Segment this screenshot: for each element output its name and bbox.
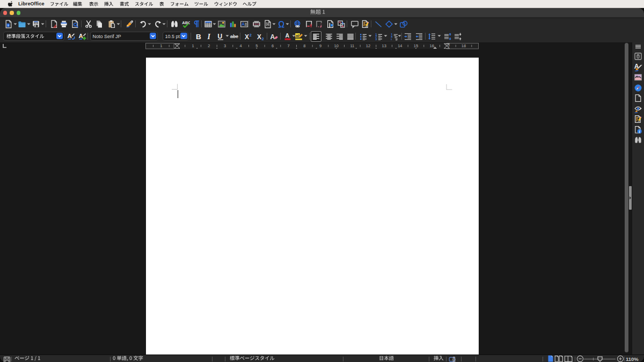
status-page-style[interactable] xyxy=(230,356,275,360)
sidebar-tab-find[interactable] xyxy=(634,136,643,145)
menu-item-form[interactable] xyxy=(170,2,188,6)
menu-item-format[interactable] xyxy=(120,2,129,6)
menu-item-file[interactable] xyxy=(50,2,68,6)
selection-mode-icon[interactable] xyxy=(449,356,457,362)
zoom-slider-thumb[interactable] xyxy=(597,356,603,362)
font-name-combobox-dropdown-button[interactable] xyxy=(150,33,157,39)
sidebar-tab-accessibility-check[interactable]: i xyxy=(634,125,643,134)
print-button[interactable] xyxy=(58,18,70,30)
insert-page-break-button[interactable] xyxy=(251,18,262,30)
view-layout-single-page-button[interactable] xyxy=(547,354,554,362)
view-layout-multiple-page-button[interactable] xyxy=(554,354,564,362)
superscript-button[interactable]: X2 xyxy=(243,31,254,42)
view-layout-book-button[interactable] xyxy=(564,354,573,362)
spelling-button[interactable]: ABC xyxy=(180,18,192,30)
traffic-light-minimize-button[interactable] xyxy=(10,11,13,14)
save-dropdown-arrow[interactable] xyxy=(41,23,45,25)
save-status-icon[interactable] xyxy=(3,356,11,362)
menu-item-table[interactable] xyxy=(159,2,164,6)
align-left-button[interactable] xyxy=(311,31,321,42)
statusbar-separator xyxy=(110,357,111,361)
status-word-count[interactable] xyxy=(113,356,143,360)
line-spacing-button[interactable] xyxy=(426,31,438,42)
paste-dropdown-arrow[interactable] xyxy=(116,23,120,25)
menu-item-view[interactable] xyxy=(89,2,98,6)
apple-logo-icon[interactable] xyxy=(8,1,12,9)
menu-item-tools[interactable] xyxy=(194,2,208,6)
insert-cross-reference-button[interactable] xyxy=(335,18,347,30)
vertical-scrollbar-thumb[interactable] xyxy=(625,43,628,352)
undo-dropdown-arrow[interactable] xyxy=(148,23,151,25)
zoom-percentage[interactable]: 110% xyxy=(626,356,639,362)
tab-stop-type-selector[interactable] xyxy=(2,43,7,48)
font-size-combobox-dropdown-button[interactable] xyxy=(180,33,187,39)
paragraph-style-combobox-dropdown-button[interactable] xyxy=(56,33,63,39)
sidebar-tab-styles[interactable]: A xyxy=(634,62,643,71)
align-center-button[interactable] xyxy=(323,31,335,42)
insert-endnote-button[interactable] xyxy=(313,18,325,30)
menu-item-edit[interactable] xyxy=(73,2,82,6)
clone-formatting-button[interactable] xyxy=(123,18,135,30)
basic-shapes-dropdown-arrow[interactable] xyxy=(394,23,398,25)
text-caret xyxy=(178,90,179,98)
sidebar-tab-properties[interactable] xyxy=(634,52,643,61)
sidebar-tab-gallery[interactable] xyxy=(634,73,643,82)
highlight-color-dropdown-arrow[interactable] xyxy=(304,34,308,37)
sidebar-tab-style-inspector[interactable] xyxy=(634,104,643,113)
line-spacing-dropdown-arrow[interactable] xyxy=(437,34,441,37)
clear-formatting-button[interactable]: A xyxy=(268,31,280,42)
insert-bookmark-button[interactable] xyxy=(325,18,336,30)
menu-item-window[interactable] xyxy=(214,2,237,6)
outline-list-dropdown-arrow[interactable] xyxy=(398,34,401,37)
print-preview-button[interactable] xyxy=(69,18,81,30)
status-language[interactable] xyxy=(379,356,394,360)
redo-dropdown-arrow[interactable] xyxy=(162,23,166,25)
zoom-out-button[interactable] xyxy=(576,355,584,362)
status-page-number[interactable] xyxy=(14,356,40,360)
justify-button[interactable] xyxy=(345,31,356,42)
insert-image-button[interactable] xyxy=(216,18,228,30)
cut-button[interactable] xyxy=(83,18,94,30)
highlight-color-button[interactable]: ab xyxy=(293,31,305,42)
update-style-button[interactable]: A xyxy=(65,31,77,42)
basic-shapes-button[interactable] xyxy=(383,18,395,30)
insert-chart-button[interactable] xyxy=(227,18,239,30)
insert-special-character-dropdown-arrow[interactable] xyxy=(286,23,289,25)
sidebar-settings-button[interactable] xyxy=(634,42,643,51)
decrease-indent-button[interactable] xyxy=(413,31,425,42)
menu-item-insert[interactable] xyxy=(104,2,113,6)
strikethrough-button[interactable]: abe xyxy=(228,31,240,42)
align-right-button[interactable] xyxy=(334,31,346,42)
font-size-combobox[interactable]: 10.5 pt xyxy=(163,32,189,41)
new-style-button[interactable]: A xyxy=(77,31,89,42)
sidebar-tab-manage-changes[interactable] xyxy=(634,115,643,124)
show-draw-functions-button[interactable] xyxy=(398,18,409,30)
zoom-in-button[interactable] xyxy=(617,355,624,362)
sidebar-tab-page[interactable] xyxy=(634,94,643,103)
traffic-light-close-button[interactable] xyxy=(3,11,7,14)
copy-button[interactable] xyxy=(93,18,105,30)
insert-comment-button[interactable] xyxy=(349,18,361,30)
insert-hyperlink-button[interactable] xyxy=(291,18,303,30)
find-replace-button[interactable] xyxy=(169,18,180,30)
ordered-list-dropdown-arrow[interactable] xyxy=(384,34,387,37)
menu-item-help[interactable] xyxy=(243,2,257,6)
traffic-light-zoom-button[interactable] xyxy=(17,11,20,14)
insert-line-button[interactable] xyxy=(372,18,384,30)
font-name-combobox[interactable]: Noto Serif JP xyxy=(90,32,158,41)
menu-app-name[interactable]: LibreOffice xyxy=(18,1,45,6)
italic-button[interactable]: I xyxy=(203,31,215,42)
window-title-bar[interactable] xyxy=(0,8,644,18)
formatting-marks-button[interactable] xyxy=(191,18,202,30)
subscript-button[interactable]: X2 xyxy=(255,31,267,42)
menu-item-styles[interactable] xyxy=(135,2,153,6)
unordered-list-dropdown-arrow[interactable] xyxy=(368,34,372,37)
status-insert-mode[interactable] xyxy=(434,356,444,360)
horizontal-ruler[interactable]: 1123456789101112131415161718 xyxy=(145,43,479,49)
track-changes-button[interactable] xyxy=(360,18,371,30)
increase-indent-button[interactable] xyxy=(402,31,414,42)
bold-button[interactable]: B xyxy=(193,31,204,42)
decrease-paragraph-spacing-button[interactable] xyxy=(452,31,464,42)
paragraph-style-combobox[interactable] xyxy=(3,32,64,41)
sidebar-tab-navigator[interactable] xyxy=(634,83,643,92)
